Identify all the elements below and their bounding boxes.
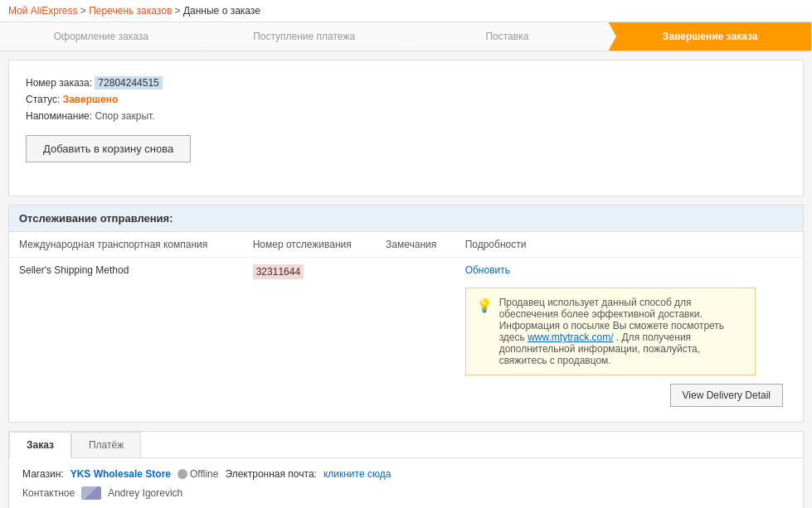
order-reminder-value: Спор закрыт.: [95, 110, 154, 122]
breadcrumb-current: Данные о заказе: [183, 5, 260, 17]
order-status-value: Завершено: [63, 94, 119, 105]
refresh-link[interactable]: Обновить: [465, 264, 510, 276]
store-row: Магазин: YKS Wholesale Store Offline Эле…: [22, 468, 790, 480]
tracking-number-value: 32311644: [253, 264, 304, 279]
progress-step-3: Поставка: [406, 22, 610, 51]
col-number: Номер отслеживания: [243, 232, 376, 258]
info-text: Продавец использует данный способ для об…: [499, 297, 745, 366]
tracking-section: Отслеживание отправления: Международная …: [8, 205, 804, 423]
contact-row: Контактное Andrey Igorevich: [22, 486, 790, 500]
progress-step-1: Оформление заказа: [0, 22, 203, 51]
bulb-icon: 💡: [476, 298, 493, 366]
tab-order-content: Магазин: YKS Wholesale Store Offline Эле…: [9, 458, 803, 508]
col-company: Международная транспортная компания: [9, 232, 243, 258]
tabs-bar: Заказ Платёж: [9, 432, 803, 458]
order-number-value: 72804244515: [95, 76, 162, 90]
contact-name: Andrey Igorevich: [108, 487, 182, 499]
add-to-cart-button[interactable]: Добавить в корзину снова: [26, 135, 191, 162]
order-number-row: Номер заказа: 72804244515: [26, 77, 786, 89]
col-details: Подробности: [455, 232, 803, 258]
store-link[interactable]: YKS Wholesale Store: [71, 468, 171, 480]
tab-order[interactable]: Заказ: [9, 432, 71, 458]
tracking-number-cell: 32311644: [243, 258, 376, 423]
order-reminder-row: Напоминание: Спор закрыт.: [26, 110, 786, 122]
col-notes: Замечания: [376, 232, 455, 258]
contact-label: Контактное: [22, 487, 75, 499]
breadcrumb: Мой AliExpress > Перечень заказов > Данн…: [0, 0, 812, 22]
info-box: 💡 Продавец использует данный способ для …: [465, 288, 756, 375]
progress-bar: Оформление заказа Поступление платежа По…: [0, 22, 812, 51]
contact-avatar: [81, 486, 101, 500]
mtytrack-link[interactable]: www.mtytrack.com/: [528, 331, 613, 343]
breadcrumb-link-my-aliexpress[interactable]: Мой AliExpress: [8, 5, 78, 17]
progress-step-4: Завершение заказа: [609, 22, 812, 51]
tracking-details-cell: Обновить 💡 Продавец использует данный сп…: [455, 258, 803, 423]
tracking-notes-cell: [376, 258, 455, 423]
breadcrumb-link-orders[interactable]: Перечень заказов: [89, 5, 172, 17]
email-link[interactable]: кликните сюда: [323, 468, 391, 480]
progress-step-2: Поступление платежа: [203, 22, 406, 51]
offline-dot-icon: [177, 469, 187, 479]
email-label: Электронная почта:: [225, 468, 316, 480]
store-label: Магазин:: [22, 468, 64, 480]
tracking-table: Международная транспортная компания Номе…: [9, 232, 803, 422]
offline-badge: Offline: [177, 468, 218, 480]
order-status-row: Статус: Завершено: [26, 94, 786, 105]
order-number-label: Номер заказа:: [26, 77, 92, 89]
order-status-label: Статус:: [26, 94, 60, 105]
order-info-section: Номер заказа: 72804244515 Статус: Заверш…: [8, 60, 804, 196]
tracking-header: Отслеживание отправления:: [9, 206, 803, 232]
delivery-detail-button[interactable]: View Delivery Detail: [670, 384, 783, 407]
order-reminder-label: Напоминание:: [26, 110, 92, 122]
tracking-company-cell: Seller's Shipping Method: [9, 258, 243, 423]
tab-payment[interactable]: Платёж: [71, 432, 141, 458]
tabs-section: Заказ Платёж Магазин: YKS Wholesale Stor…: [8, 431, 804, 508]
